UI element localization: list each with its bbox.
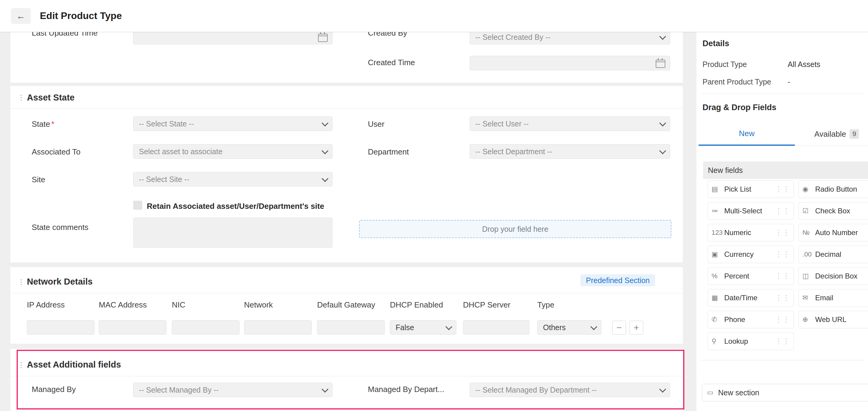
- created-time-field: [470, 56, 670, 70]
- col-nic: NIC: [172, 300, 185, 310]
- chevron-down-icon: [445, 323, 453, 331]
- associated-to-label: Associated To: [32, 147, 80, 157]
- chevron-down-icon: [322, 386, 329, 393]
- chevron-down-icon: [659, 147, 666, 155]
- created-by-select[interactable]: -- Select Created By --: [470, 32, 670, 44]
- tab-available[interactable]: Available 9: [805, 122, 868, 146]
- calendar-icon[interactable]: [318, 34, 328, 42]
- product-type-value: All Assets: [788, 60, 820, 69]
- associated-to-select[interactable]: Select asset to associate: [133, 144, 333, 159]
- last-updated-time-input[interactable]: [133, 32, 333, 44]
- back-button[interactable]: ←: [11, 8, 31, 24]
- field-pill-currency[interactable]: ▣ Currency ⋮⋮: [708, 246, 794, 263]
- field-pill-radio-button[interactable]: ◉ Radio Button ⋮⋮: [799, 180, 868, 198]
- nic-input[interactable]: [172, 320, 240, 335]
- product-type-label: Product Type: [703, 60, 747, 69]
- field-pill-email[interactable]: ✉ Email ⋮⋮: [799, 289, 868, 307]
- type-select[interactable]: Others: [537, 320, 601, 335]
- available-count-badge: 9: [849, 129, 859, 139]
- network-details-title: Network Details: [27, 277, 93, 287]
- field-pill-pick-list[interactable]: ▤ Pick List ⋮⋮: [708, 180, 794, 198]
- parent-product-type-value: -: [788, 77, 790, 86]
- field-pill-decimal[interactable]: .00 Decimal ⋮⋮: [799, 246, 868, 263]
- col-default-gateway: Default Gateway: [317, 300, 375, 310]
- drag-handle-icon: ⋮⋮: [866, 185, 868, 193]
- drag-handle-icon: ⋮⋮: [866, 273, 868, 280]
- last-updated-time-field: [133, 32, 333, 44]
- field-pill-multi-select[interactable]: ≔ Multi-Select ⋮⋮: [708, 202, 794, 220]
- calendar-icon[interactable]: [656, 60, 665, 68]
- drag-handle-icon: ⋮⋮: [775, 251, 790, 258]
- field-pill-percent[interactable]: % Percent ⋮⋮: [708, 267, 794, 285]
- managed-by-department-label: Managed By Depart...: [368, 384, 444, 394]
- decimal-icon: .00: [803, 250, 815, 258]
- department-select[interactable]: -- Select Department --: [470, 144, 670, 159]
- retain-site-label: Retain Associated asset/User/Department'…: [147, 201, 324, 211]
- drag-handle-icon: ⋮⋮: [866, 251, 868, 258]
- drag-handle-icon: ⋮⋮: [775, 294, 790, 302]
- drag-handle-icon: ⋮⋮: [775, 185, 790, 193]
- chevron-down-icon: [659, 120, 666, 127]
- new-section-button[interactable]: ▭ New section: [702, 384, 868, 401]
- state-select[interactable]: -- Select State --: [133, 116, 333, 131]
- decision-box-icon: ◫: [803, 272, 815, 280]
- default-gateway-input[interactable]: [317, 320, 385, 335]
- multi-select-icon: ≔: [712, 207, 724, 215]
- managed-by-label: Managed By: [32, 384, 76, 394]
- field-pill-date-time[interactable]: ▦ Date/Time ⋮⋮: [708, 289, 794, 307]
- created-time-label: Created Time: [368, 58, 415, 67]
- new-fields-header: New fields: [703, 162, 868, 179]
- created-time-input[interactable]: [470, 56, 670, 70]
- dhcp-server-input[interactable]: [463, 320, 529, 335]
- parent-product-type-label: Parent Product Type: [703, 77, 771, 86]
- asset-state-title: Asset State: [27, 93, 74, 103]
- network-input[interactable]: [244, 320, 312, 335]
- user-label: User: [368, 119, 384, 129]
- drag-handle-icon: ⋮⋮: [866, 229, 868, 236]
- drag-handle-icon: ⋮⋮: [775, 273, 790, 280]
- required-asterisk: *: [51, 119, 54, 129]
- field-drop-zone[interactable]: Drop your field here: [359, 220, 672, 238]
- col-dhcp-server: DHCP Server: [463, 300, 510, 310]
- drag-handle-icon: ⋮⋮: [775, 338, 790, 345]
- drag-handle-icon: ⋮⋮: [775, 229, 790, 236]
- user-select[interactable]: -- Select User --: [470, 116, 670, 131]
- created-by-label: Created By: [368, 32, 407, 38]
- chevron-down-icon: [659, 386, 666, 393]
- field-pill-check-box[interactable]: ☑ Check Box ⋮⋮: [799, 202, 868, 220]
- col-dhcp-enabled: DHCP Enabled: [390, 300, 443, 310]
- field-pill-lookup[interactable]: ⚲ Lookup ⋮⋮: [708, 333, 794, 350]
- drag-drop-fields-title: Drag & Drop Fields: [703, 103, 776, 112]
- web-url-icon: ⊕: [803, 316, 815, 323]
- field-pill-decision-box[interactable]: ◫ Decision Box ⋮⋮: [799, 267, 868, 285]
- field-pill-auto-number[interactable]: № Auto Number ⋮⋮: [799, 224, 868, 241]
- drag-handle-icon: ⋮⋮: [866, 294, 868, 302]
- chevron-down-icon: [322, 147, 329, 155]
- tab-new[interactable]: New: [699, 122, 795, 146]
- field-pill-phone[interactable]: ✆ Phone ⋮⋮: [708, 311, 794, 328]
- state-comments-textarea[interactable]: [133, 217, 333, 248]
- managed-by-select[interactable]: -- Select Managed By --: [133, 383, 333, 397]
- numeric-icon: 123: [712, 229, 724, 237]
- details-sidebar: Details Product Type All Assets Parent P…: [696, 32, 868, 411]
- remove-row-button[interactable]: −: [612, 321, 626, 335]
- details-title: Details: [703, 39, 730, 48]
- section-network-details: ⋮⋮ Network Details Predefined Section IP…: [10, 267, 683, 344]
- site-label: Site: [32, 175, 45, 184]
- phone-icon: ✆: [712, 316, 724, 323]
- state-comments-label: State comments: [32, 222, 89, 232]
- field-pill-web-url[interactable]: ⊕ Web URL ⋮⋮: [799, 311, 868, 328]
- currency-icon: ▣: [712, 250, 724, 258]
- retain-site-checkbox[interactable]: [133, 201, 142, 210]
- back-arrow-icon: ←: [16, 11, 25, 21]
- field-pill-numeric[interactable]: 123 Numeric ⋮⋮: [708, 224, 794, 241]
- dhcp-enabled-select[interactable]: False: [390, 320, 456, 335]
- predefined-section-badge[interactable]: Predefined Section: [581, 274, 655, 286]
- check-box-icon: ☑: [803, 207, 815, 215]
- ip-address-input[interactable]: [27, 320, 95, 335]
- last-updated-time-label: Last Updated Time: [32, 32, 98, 38]
- add-row-button[interactable]: +: [629, 321, 643, 335]
- mac-address-input[interactable]: [99, 320, 166, 335]
- site-select[interactable]: -- Select Site --: [133, 172, 333, 186]
- managed-by-department-select[interactable]: -- Select Managed By Department --: [470, 383, 670, 397]
